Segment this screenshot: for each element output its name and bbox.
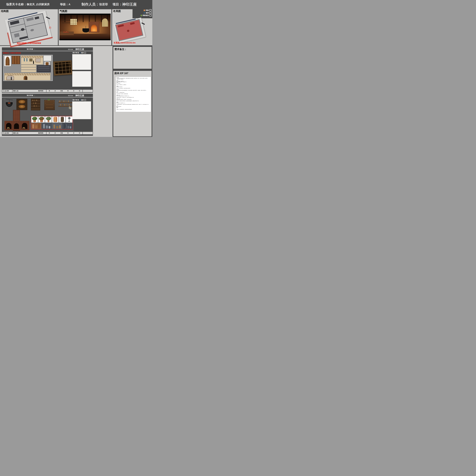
ref-photo-wooden-vases (31, 123, 41, 129)
reference-photos-box (31, 116, 73, 130)
props-color-chip (80, 100, 81, 101)
scene-name-field: 场景关卡名称： 御龙关_白玥家厨房 (6, 0, 50, 9)
project-field: 项目： 神印王座 (113, 0, 137, 9)
top-panels-band: 结构图 门 (0, 9, 152, 46)
legend-item-effects: 特效 (133, 9, 152, 11)
ref-photo-rose-plant (31, 117, 38, 122)
props-color-chip (80, 52, 81, 53)
date-day2: 日 (79, 132, 80, 134)
window-asset-image (53, 60, 72, 76)
person-icon (3, 132, 4, 134)
grade-field-label: 制作等级 ： (27, 48, 35, 50)
scale-label: 人比1米8 (4, 132, 9, 134)
grade-label: 等级： (60, 2, 68, 6)
scale-cell: 人比1米8 (2, 132, 12, 134)
requirements-title: 需求备注： (114, 48, 127, 51)
date-day1: 日至 (60, 132, 63, 134)
props-color-swatch (144, 12, 145, 14)
effects-color-swatch (144, 10, 145, 11)
ref-photo-wooden-tableware (52, 123, 62, 129)
time-label: 制作时间 (38, 90, 43, 92)
ref-photo-houseplant (45, 117, 52, 122)
right-column: 需求备注： 剧本:EP 167 剧本描述1：下个画面，镜头给到白玥家内-厨房，能… (113, 46, 152, 137)
date-range-cell[interactable]: 年 月 日至 年 月 日 (47, 90, 83, 92)
production-sheet-architecture: 制作等级 ： 项目名称: 神印王座 复用御龙关_白玥家室内建筑结构 (2, 47, 93, 93)
date-year1: 年 (49, 90, 50, 92)
architecture-asset-montage (3, 55, 53, 81)
grade-value: A (68, 3, 70, 6)
layout-title: 布局图 (113, 9, 121, 13)
atmosphere-title: 气氛图 (60, 9, 67, 13)
staff-value: 张若菲 (99, 2, 108, 6)
staff-cell-label: 制作人员: (13, 132, 18, 134)
wall-hide-note: 墙壁支持隐藏，方便导演场景调度 (17, 42, 41, 44)
dresser-asset (44, 100, 55, 110)
scale-label: 人比1米8 (4, 90, 9, 92)
script-page[interactable]: 剧本描述1：下个画面，镜头给到白玥家内-厨房，能看到龙皓晨站在灶台边切菜，而龙星… (116, 77, 151, 112)
effects-checkbox[interactable] (150, 9, 152, 11)
legend: 特效 道具 特效道具 (133, 9, 152, 18)
design-supplement-checkbox[interactable] (84, 52, 86, 54)
time-label: 制作时间 (38, 132, 43, 134)
project-value: 神印王座 (122, 2, 137, 7)
legend-item-effect-props: 特效道具 (133, 14, 152, 17)
barrel-cabinet-asset (17, 99, 27, 110)
grade-field: 等级： A (60, 0, 70, 9)
design-supplement-checkbox[interactable] (84, 99, 86, 101)
structure-title: 结构图 (1, 9, 9, 13)
ref-photo-tomato-plant (38, 117, 45, 122)
layout-panel: 布局图 特效 道具 特效道具 (112, 9, 152, 45)
project-name-label: 项目名称: (68, 95, 73, 97)
production-sheet-props: 制作等级 ： 项目名称: 神印王座 (2, 94, 93, 136)
design-supplement-box-1[interactable] (72, 54, 91, 70)
time-cell: 制作时间 (35, 132, 46, 134)
sheet-a-header: 制作等级 ： 项目名称: 神印王座 (2, 47, 93, 51)
ref-photo-pewter-jugs (62, 123, 72, 129)
scene-name-value: 御龙关_白玥家厨房 (27, 2, 50, 6)
staff-field: 制作人员： 张若菲 (82, 0, 108, 9)
script-panel: 剧本:EP 167 剧本描述1：下个画面，镜头给到白玥家内-厨房，能看到龙皓晨站… (113, 71, 152, 136)
person-icon (3, 90, 4, 92)
title-bar: 场景关卡名称： 御龙关_白玥家厨房 等级： A 制作人员： 张若菲 项目： 神印… (0, 0, 152, 9)
design-supplement-box-2[interactable] (72, 71, 91, 87)
staff-label: 制作人员： (82, 2, 99, 7)
effect-props-checkbox[interactable] (150, 14, 152, 17)
project-name-value: 神印王座 (75, 94, 84, 97)
door-annotation: 门 (49, 26, 51, 29)
requirements-panel[interactable]: 需求备注： (113, 47, 152, 69)
scene-design-sheet: 场景关卡名称： 御龙关_白玥家厨房 等级： A 制作人员： 张若菲 项目： 神印… (0, 0, 152, 137)
ref-photo-terracotta-vase (52, 117, 59, 122)
props-label: 道具 (146, 12, 149, 14)
sheet-b-footer: 人比1米8 制作人员: 制作时间 年 月 日至 年 月 日 (2, 132, 93, 134)
atmosphere-panel: 气氛图 (59, 9, 111, 45)
props-checkbox[interactable] (150, 12, 152, 14)
cauldron-asset (5, 99, 13, 107)
scale-cell: 人比1米8 (2, 90, 12, 92)
props-asset-montage (3, 98, 74, 131)
structure-panel: 结构图 门 (0, 9, 58, 45)
layout-floor-plan-graphic (114, 17, 146, 43)
effects-label: 特效 (146, 9, 149, 11)
date-range-cell[interactable]: 年 月 日至 年 月 日 (47, 132, 83, 134)
date-year1: 年 (49, 132, 50, 134)
project-label: 项目： (113, 2, 122, 7)
design-supplement-tag: 道具 (81, 99, 84, 101)
date-day2: 日 (79, 90, 80, 92)
ref-photo-pewter-set (42, 123, 52, 129)
sheet-a-footer: 人比1米8 制作人员: 制作时间 年 月 日至 年 月 日 (2, 90, 93, 92)
date-year2: 年 (67, 132, 68, 134)
ref-photo-goblet (66, 117, 72, 122)
structure-floor-plan-graphic (5, 11, 52, 47)
design-supplement-row: 设计补充 道具 (72, 99, 86, 101)
staff-cell-label: 制作人员: (13, 90, 18, 92)
dimensions-note: 长宽高:15mX15mX3.5m (114, 41, 136, 44)
staff-input-cell[interactable]: 制作人员: (13, 90, 36, 92)
design-supplement-label: 设计补充 (72, 99, 79, 101)
design-supplement-box[interactable] (72, 102, 91, 119)
empty-cell (83, 132, 93, 134)
date-day1: 日至 (60, 90, 63, 92)
brick-stove-asset (4, 110, 29, 130)
project-name-value: 神印王座 (75, 48, 84, 51)
date-year2: 年 (67, 90, 68, 92)
staff-input-cell[interactable]: 制作人员: (13, 132, 36, 134)
